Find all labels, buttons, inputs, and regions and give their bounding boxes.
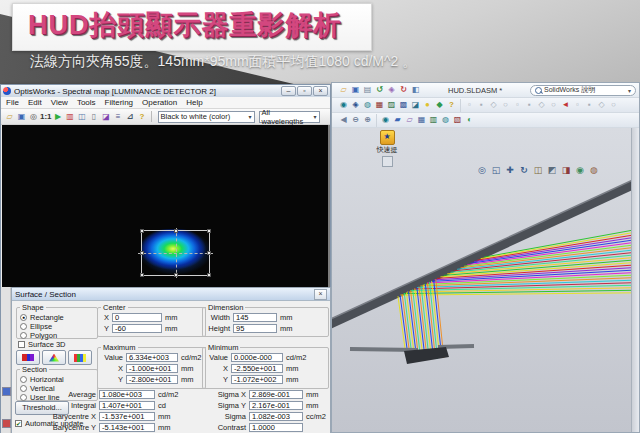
transform-icon[interactable]: ⊿ <box>125 111 136 123</box>
detector-icon[interactable]: ◍ <box>362 99 373 111</box>
cie-diagram-button[interactable] <box>42 350 66 365</box>
move-icon[interactable]: ▪ <box>524 99 535 111</box>
section-view-icon[interactable]: ◨ <box>561 165 571 176</box>
zoom-area-icon[interactable]: ◱ <box>491 165 501 176</box>
print-icon[interactable]: ▤ <box>362 84 373 96</box>
value-field[interactable]: 95 <box>233 324 277 333</box>
result-icon[interactable]: ◪ <box>410 99 421 111</box>
clipboard-icon[interactable]: ▯ <box>89 111 100 123</box>
resize-handle[interactable] <box>207 229 211 233</box>
resize-handle[interactable] <box>174 229 178 233</box>
dock-icon[interactable] <box>2 419 11 428</box>
exploded-icon[interactable]: ○ <box>548 99 559 111</box>
menu-item[interactable]: Tools <box>77 98 96 107</box>
value-field[interactable]: 0 <box>112 313 162 322</box>
layers-icon[interactable]: ◪ <box>101 111 112 123</box>
task-pane-edge[interactable] <box>631 128 639 432</box>
previous-view-icon[interactable]: ◀ <box>338 114 349 126</box>
help-icon[interactable]: ? <box>446 99 457 111</box>
value-field[interactable]: -1.000e+001 <box>126 364 178 373</box>
mesh-icon[interactable]: ▩ <box>398 99 409 111</box>
rotate-view-icon[interactable]: ↻ <box>519 165 529 176</box>
zoom-in-icon[interactable]: ⊕ <box>362 114 373 126</box>
search-input[interactable]: SolidWorks 說明 <box>544 85 595 95</box>
lamp-icon[interactable]: ? <box>137 111 148 123</box>
menu-item[interactable]: Edit <box>28 98 42 107</box>
resize-handle[interactable] <box>140 273 144 277</box>
bom-icon[interactable]: ◇ <box>596 99 607 111</box>
wavelengths-dropdown[interactable]: All wavelengths ▾ <box>259 111 320 123</box>
open-icon[interactable]: ▱ <box>338 84 349 96</box>
dock-icon[interactable] <box>2 387 11 396</box>
value-field[interactable]: 145 <box>233 313 277 322</box>
color-grid-button[interactable] <box>68 350 92 365</box>
measure-icon[interactable]: ▪ <box>584 99 595 111</box>
map-icon[interactable]: ▥ <box>428 114 439 126</box>
stat-value-field[interactable]: -1.537e+001 <box>99 412 155 421</box>
stat-value-field[interactable]: 2.167e-001 <box>249 401 303 410</box>
cie-diagram-icon[interactable]: ▶ <box>53 111 64 123</box>
select-icon[interactable]: ◈ <box>386 84 397 96</box>
zoom-out-icon[interactable]: ⊖ <box>350 114 361 126</box>
rgb-bars-icon[interactable]: ▥ <box>65 111 76 123</box>
value-field[interactable]: 6.334e+003 <box>126 353 178 362</box>
source-icon[interactable]: ▦ <box>374 99 385 111</box>
undo-icon[interactable]: ↺ <box>374 84 385 96</box>
plane-icon[interactable]: ▰ <box>392 114 403 126</box>
pattern-icon[interactable]: ○ <box>500 99 511 111</box>
zoom-1to1-icon[interactable]: 1:1 <box>40 111 52 123</box>
restore-button[interactable]: ▫ <box>297 86 312 96</box>
bulb-icon[interactable]: ● <box>422 99 433 111</box>
resize-handle[interactable] <box>207 251 211 255</box>
menu-item[interactable]: Filtering <box>105 98 133 107</box>
selection-rectangle[interactable] <box>141 230 210 276</box>
resize-handle[interactable] <box>140 229 144 233</box>
menu-item[interactable]: Operation <box>142 98 177 107</box>
value-field[interactable]: -2.550e+001 <box>231 364 283 373</box>
checkbox-icon[interactable]: ✔ <box>15 420 22 427</box>
resize-handle[interactable] <box>207 273 211 277</box>
appearance-icon[interactable]: ◉ <box>575 165 585 176</box>
value-field[interactable]: -60 <box>112 324 162 333</box>
radio-icon[interactable] <box>20 332 27 339</box>
value-field[interactable]: -2.800e+001 <box>126 375 178 384</box>
pencil-icon[interactable]: ▱ <box>404 114 415 126</box>
quick-tip-widget[interactable]: ★ 快速提 <box>369 130 405 167</box>
rebuild-icon[interactable]: ↻ <box>398 84 409 96</box>
zoom-fit-icon[interactable]: ◎ <box>477 165 487 176</box>
scene-icon[interactable]: ◍ <box>589 165 599 176</box>
radio-icon[interactable] <box>20 376 27 383</box>
menu-item[interactable]: View <box>51 98 68 107</box>
checkbox-icon[interactable] <box>18 341 25 348</box>
menu-item[interactable]: Help <box>186 98 202 107</box>
radio-icon[interactable]: ● <box>20 314 27 321</box>
stat-value-field[interactable]: 1.407e+001 <box>99 401 155 410</box>
panel-titlebar[interactable]: Surface / Section × <box>12 288 330 301</box>
mate-icon[interactable]: ◇ <box>488 99 499 111</box>
menu-item[interactable]: File <box>6 98 19 107</box>
colormap-button[interactable] <box>16 350 40 365</box>
shield-icon[interactable]: ◆ <box>434 99 445 111</box>
stat-value-field[interactable]: 1.082e-003 <box>249 412 303 421</box>
sketch-icon[interactable]: ▫ <box>572 99 583 111</box>
stat-value-field[interactable]: 2.869e-001 <box>249 390 303 399</box>
fastener-icon[interactable]: ▫ <box>512 99 523 111</box>
save-icon[interactable]: ▣ <box>350 84 361 96</box>
shape-radio-option[interactable]: ● Rectangle <box>20 313 94 321</box>
close-button[interactable]: × <box>313 86 328 96</box>
radio-icon[interactable] <box>20 394 27 401</box>
search-box[interactable]: SolidWorks 說明 ▾ <box>530 85 636 96</box>
value-field[interactable]: -1.072e+002 <box>231 375 283 384</box>
stat-value-field[interactable]: 1.080e+003 <box>99 390 155 399</box>
detector2-icon[interactable]: ◍ <box>440 114 451 126</box>
simulation-icon[interactable]: ◈ <box>350 99 361 111</box>
quick-tip-icon[interactable]: ★ <box>380 130 395 145</box>
minimize-button[interactable]: – <box>281 86 296 96</box>
section-radio-option[interactable]: Horizontal <box>20 375 94 383</box>
zoom-icon[interactable]: ◎ <box>28 111 39 123</box>
optisworks-titlebar[interactable]: OptisWorks - Spectral map [LUMINANCE DET… <box>1 85 330 97</box>
shape-radio-option[interactable]: Polygon <box>20 331 94 339</box>
surface3d-checkbox-row[interactable]: Surface 3D <box>18 340 66 349</box>
close-icon[interactable]: × <box>314 289 327 300</box>
raytrace-run-icon[interactable]: ◉ <box>380 114 391 126</box>
